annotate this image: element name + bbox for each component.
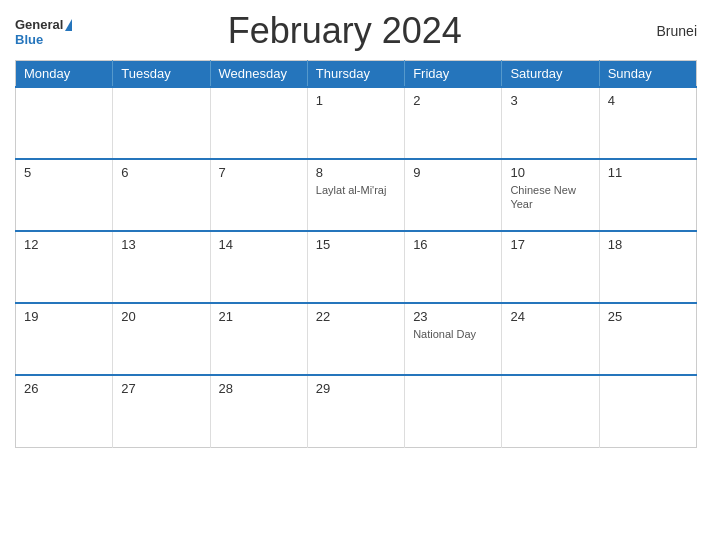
calendar-cell: 16 <box>405 231 502 303</box>
calendar-cell: 22 <box>307 303 404 375</box>
calendar-cell: 3 <box>502 87 599 159</box>
calendar-cell <box>599 375 696 447</box>
col-header-friday: Friday <box>405 61 502 88</box>
calendar-cell <box>16 87 113 159</box>
day-number: 8 <box>316 165 396 180</box>
calendar-cell: 2 <box>405 87 502 159</box>
country-label: Brunei <box>617 23 697 39</box>
calendar-cell: 7 <box>210 159 307 231</box>
day-number: 24 <box>510 309 590 324</box>
day-number: 18 <box>608 237 688 252</box>
calendar-week-1: 5678Laylat al-Mi'raj910Chinese New Year1… <box>16 159 697 231</box>
day-number: 9 <box>413 165 493 180</box>
day-number: 1 <box>316 93 396 108</box>
event-text: National Day <box>413 327 493 341</box>
day-number: 5 <box>24 165 104 180</box>
calendar-cell: 27 <box>113 375 210 447</box>
day-number: 15 <box>316 237 396 252</box>
calendar-table: MondayTuesdayWednesdayThursdayFridaySatu… <box>15 60 697 448</box>
calendar-cell: 25 <box>599 303 696 375</box>
day-number: 20 <box>121 309 201 324</box>
calendar-week-4: 26272829 <box>16 375 697 447</box>
calendar-cell: 29 <box>307 375 404 447</box>
day-number: 23 <box>413 309 493 324</box>
day-number: 14 <box>219 237 299 252</box>
calendar-cell: 12 <box>16 231 113 303</box>
logo-area: General Blue <box>15 15 72 47</box>
col-header-sunday: Sunday <box>599 61 696 88</box>
calendar-cell <box>405 375 502 447</box>
day-number: 16 <box>413 237 493 252</box>
calendar-header-row: MondayTuesdayWednesdayThursdayFridaySatu… <box>16 61 697 88</box>
calendar-cell: 4 <box>599 87 696 159</box>
calendar-week-3: 1920212223National Day2425 <box>16 303 697 375</box>
calendar-cell: 1 <box>307 87 404 159</box>
col-header-thursday: Thursday <box>307 61 404 88</box>
calendar-cell: 26 <box>16 375 113 447</box>
day-number: 4 <box>608 93 688 108</box>
calendar-cell: 13 <box>113 231 210 303</box>
day-number: 22 <box>316 309 396 324</box>
logo-blue-text: Blue <box>15 33 43 47</box>
day-number: 10 <box>510 165 590 180</box>
calendar-cell: 8Laylat al-Mi'raj <box>307 159 404 231</box>
day-number: 13 <box>121 237 201 252</box>
day-number: 7 <box>219 165 299 180</box>
logo-triangle-icon <box>65 19 72 31</box>
calendar-cell: 5 <box>16 159 113 231</box>
calendar-cell: 18 <box>599 231 696 303</box>
calendar-container: General Blue February 2024 Brunei Monday… <box>0 0 712 550</box>
calendar-header: General Blue February 2024 Brunei <box>15 10 697 52</box>
month-title: February 2024 <box>228 10 462 52</box>
logo-general-text: General <box>15 15 72 33</box>
calendar-cell <box>502 375 599 447</box>
calendar-week-2: 12131415161718 <box>16 231 697 303</box>
day-number: 6 <box>121 165 201 180</box>
day-number: 21 <box>219 309 299 324</box>
col-header-tuesday: Tuesday <box>113 61 210 88</box>
calendar-cell: 23National Day <box>405 303 502 375</box>
calendar-cell: 19 <box>16 303 113 375</box>
day-number: 19 <box>24 309 104 324</box>
event-text: Laylat al-Mi'raj <box>316 183 396 197</box>
day-number: 26 <box>24 381 104 396</box>
day-number: 17 <box>510 237 590 252</box>
day-number: 28 <box>219 381 299 396</box>
calendar-cell: 10Chinese New Year <box>502 159 599 231</box>
day-number: 2 <box>413 93 493 108</box>
calendar-cell: 17 <box>502 231 599 303</box>
calendar-cell: 20 <box>113 303 210 375</box>
col-header-monday: Monday <box>16 61 113 88</box>
calendar-cell: 15 <box>307 231 404 303</box>
event-text: Chinese New Year <box>510 183 590 212</box>
calendar-cell: 11 <box>599 159 696 231</box>
calendar-cell: 28 <box>210 375 307 447</box>
calendar-cell: 9 <box>405 159 502 231</box>
calendar-cell: 6 <box>113 159 210 231</box>
calendar-cell <box>113 87 210 159</box>
day-number: 29 <box>316 381 396 396</box>
calendar-cell: 24 <box>502 303 599 375</box>
day-number: 27 <box>121 381 201 396</box>
day-number: 11 <box>608 165 688 180</box>
calendar-week-0: 1234 <box>16 87 697 159</box>
col-header-wednesday: Wednesday <box>210 61 307 88</box>
day-number: 25 <box>608 309 688 324</box>
calendar-cell: 14 <box>210 231 307 303</box>
calendar-cell <box>210 87 307 159</box>
day-number: 3 <box>510 93 590 108</box>
calendar-cell: 21 <box>210 303 307 375</box>
day-number: 12 <box>24 237 104 252</box>
col-header-saturday: Saturday <box>502 61 599 88</box>
